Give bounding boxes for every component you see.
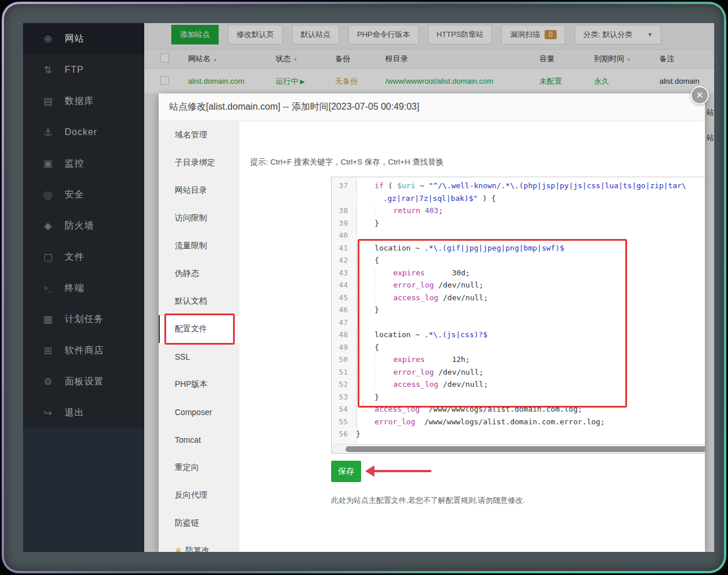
modal-tab-hotlink-protect[interactable]: 防盗链 bbox=[159, 509, 239, 537]
config-warning-note: 此处为站点主配置文件,若您不了解配置规则,请勿随意修改. bbox=[331, 495, 525, 506]
line-number: 39 bbox=[332, 217, 352, 230]
line-number: 37 bbox=[332, 180, 352, 192]
modal-tab-composer[interactable]: Composer bbox=[159, 398, 239, 426]
line-number: 55 bbox=[332, 416, 352, 428]
modal-tab-traffic-limit[interactable]: 流量限制 bbox=[159, 232, 239, 260]
code-line: 56} bbox=[332, 428, 705, 440]
line-number: 42 bbox=[332, 254, 352, 267]
code-line: 47 bbox=[332, 316, 705, 329]
code-line: 55 error_log /www/wwwlogs/alist.domain.c… bbox=[332, 416, 705, 428]
code-line: 40 bbox=[332, 229, 705, 242]
code-line: 45 access_log /dev/null; bbox=[332, 292, 705, 304]
line-number: 46 bbox=[332, 304, 352, 316]
modal-tab-reverse-proxy[interactable]: 反向代理 bbox=[159, 481, 239, 509]
code-line: 39 } bbox=[332, 217, 705, 230]
code-line: 43 expires 30d; bbox=[332, 267, 705, 279]
close-icon[interactable]: ✕ bbox=[691, 86, 709, 104]
line-number: 43 bbox=[332, 267, 352, 279]
code-line: 46 } bbox=[332, 304, 705, 316]
modal-tab-subdir-bind[interactable]: 子目录绑定 bbox=[159, 149, 239, 177]
modal-tab-default-doc[interactable]: 默认文档 bbox=[159, 288, 239, 315]
modal-menu: 域名管理子目录绑定网站目录访问限制流量限制伪静态默认文档配置文件SSLPHP版本… bbox=[159, 121, 239, 552]
editor-tip: 提示: Ctrl+F 搜索关键字，Ctrl+S 保存，Ctrl+H 查找替换 bbox=[250, 157, 444, 167]
line-number: 40 bbox=[332, 229, 352, 242]
line-number: 53 bbox=[332, 391, 352, 404]
annotation-arrow bbox=[365, 465, 431, 477]
line-number: 52 bbox=[332, 378, 352, 391]
code-line: 37 if ( $uri ~ "^/\.well-known/.*\.(php|… bbox=[332, 180, 705, 192]
modal-tab-domain-manage[interactable]: 域名管理 bbox=[159, 121, 239, 149]
crown-icon: ♛ bbox=[175, 546, 182, 552]
line-number: 44 bbox=[332, 279, 352, 292]
editor-horizontal-scrollbar[interactable] bbox=[346, 446, 705, 452]
line-number: 47 bbox=[332, 316, 352, 329]
modal-tab-tamper-proof[interactable]: ♛防篡改 bbox=[159, 537, 239, 552]
code-line: 48 location ~ .*\.(js|css)?$ bbox=[332, 328, 705, 341]
line-number: 38 bbox=[332, 204, 352, 217]
modal-content: 提示: Ctrl+F 搜索关键字，Ctrl+S 保存，Ctrl+H 查找替换 3… bbox=[239, 121, 705, 552]
line-number bbox=[332, 192, 352, 205]
modal-tab-access-limit[interactable]: 访问限制 bbox=[159, 204, 239, 232]
line-number: 48 bbox=[332, 328, 352, 341]
panel-window: ⊕网站⇅FTP▤数据库⚓Docker▣监控◎安全◆防火墙▢文件>_终端▦计划任务… bbox=[23, 23, 714, 552]
modal-tab-config-file[interactable]: 配置文件 bbox=[159, 315, 239, 343]
code-line: 53 } bbox=[332, 391, 705, 404]
code-line: 52 access_log /dev/null; bbox=[332, 378, 705, 391]
config-editor[interactable]: 37 if ( $uri ~ "^/\.well-known/.*\.(php|… bbox=[331, 177, 705, 454]
code-line: 44 error_log /dev/null; bbox=[332, 279, 705, 292]
code-line: 49 { bbox=[332, 341, 705, 354]
code-line: .gz|rar|7z|sql|bak)$" ) { bbox=[332, 192, 705, 205]
line-number: 49 bbox=[332, 341, 352, 354]
screenshot-frame: ⊕网站⇅FTP▤数据库⚓Docker▣监控◎安全◆防火墙▢文件>_终端▦计划任务… bbox=[0, 0, 728, 575]
line-number: 45 bbox=[332, 292, 352, 304]
code-line: 41 location ~ .*\.(gif|jpg|jpeg|png|bmp|… bbox=[332, 242, 705, 255]
save-button[interactable]: 保存 bbox=[331, 461, 361, 482]
modal-tab-rewrite[interactable]: 伪静态 bbox=[159, 260, 239, 288]
line-number: 56 bbox=[332, 428, 352, 440]
code-line: 42 { bbox=[332, 254, 705, 267]
modal-body: 域名管理子目录绑定网站目录访问限制流量限制伪静态默认文档配置文件SSLPHP版本… bbox=[159, 121, 705, 552]
line-number: 41 bbox=[332, 242, 352, 255]
modal-tab-php-version[interactable]: PHP版本 bbox=[159, 371, 239, 398]
modal-tab-tomcat[interactable]: Tomcat bbox=[159, 426, 239, 454]
modal-tab-site-directory[interactable]: 网站目录 bbox=[159, 177, 239, 204]
modal-header: 站点修改[alist.domain.com] -- 添加时间[2023-07-0… bbox=[159, 94, 705, 121]
site-edit-modal: 站点修改[alist.domain.com] -- 添加时间[2023-07-0… bbox=[159, 94, 705, 552]
code-line: 54 access_log /www/wwwlogs/alist.domain.… bbox=[332, 403, 705, 416]
line-number: 54 bbox=[332, 403, 352, 416]
modal-title: 站点修改[alist.domain.com] -- 添加时间[2023-07-0… bbox=[169, 101, 419, 113]
line-number: 50 bbox=[332, 353, 352, 366]
modal-tab-redirect[interactable]: 重定向 bbox=[159, 454, 239, 481]
line-number: 51 bbox=[332, 366, 352, 379]
editor-horizontal-scroll-track bbox=[332, 444, 705, 453]
code-line: 50 expires 12h; bbox=[332, 353, 705, 366]
code-line: 38 return 403; bbox=[332, 204, 705, 217]
modal-tab-ssl[interactable]: SSL bbox=[159, 343, 239, 371]
code-line: 51 error_log /dev/null; bbox=[332, 366, 705, 379]
